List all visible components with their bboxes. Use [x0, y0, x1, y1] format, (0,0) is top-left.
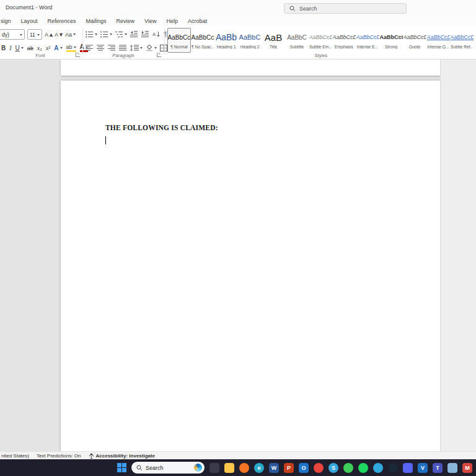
line-spacing-button[interactable]	[130, 45, 143, 51]
text-effects-button[interactable]: A	[54, 45, 62, 51]
notepad-icon[interactable]	[447, 463, 457, 473]
task-view-icon[interactable]	[209, 463, 219, 473]
status-language[interactable]: nited States)	[1, 453, 29, 459]
taskbar-search-label: Search	[146, 465, 164, 471]
chevron-down-icon	[140, 47, 143, 49]
tab-references[interactable]: References	[48, 18, 76, 24]
underline-label: U	[15, 45, 20, 51]
status-text-predictions[interactable]: Text Predictions: On	[37, 453, 81, 459]
styles-group-label: Styles	[166, 53, 476, 58]
document-page[interactable]: THE FOLLOWING IS CLAIMED:	[61, 81, 440, 451]
style-preview: AaBbCcD	[309, 30, 332, 44]
style-strong[interactable]: AaBbCcCStrong	[379, 28, 403, 53]
shading-button[interactable]	[146, 45, 157, 51]
steam-icon[interactable]	[388, 463, 398, 473]
chevron-down-icon	[60, 47, 63, 49]
subscript-button[interactable]: x₂	[37, 45, 42, 51]
tab-help[interactable]: Help	[166, 18, 178, 24]
style-label: Quote	[409, 45, 421, 49]
status-accessibility[interactable]: Accessibility: Investigate	[89, 453, 156, 459]
style-quote[interactable]: AaBbCcDQuote	[403, 28, 426, 53]
style-subtitle[interactable]: AaBbCSubtitle	[285, 28, 309, 53]
spotify-icon[interactable]	[358, 463, 368, 473]
windows-logo-icon	[117, 463, 126, 472]
teams-icon[interactable]: T	[433, 463, 443, 473]
word-window: Document1 - Word Search signLayoutRefere…	[0, 0, 476, 476]
align-left-button[interactable]	[86, 45, 94, 51]
shrink-font-button[interactable]: A▼	[55, 29, 64, 40]
sort-button[interactable]: A	[152, 31, 161, 38]
font-name-combobox[interactable]: dy)	[0, 29, 25, 40]
gmail-icon[interactable]: M	[462, 463, 472, 473]
style-preview: AaBbCcD	[356, 30, 379, 44]
align-center-button[interactable]	[97, 45, 105, 51]
tab-mailings[interactable]: Mailings	[86, 18, 107, 24]
highlight-color-button[interactable]: ab	[66, 44, 76, 52]
style-subtle-reference[interactable]: AaBbCcDSubtle Ref...	[450, 28, 474, 53]
chrome-icon[interactable]	[314, 463, 324, 473]
style-title[interactable]: AaBTitle	[262, 28, 285, 53]
word-icon[interactable]: W	[269, 463, 279, 473]
underline-button[interactable]: U	[15, 45, 24, 51]
font-size-combobox[interactable]: 11	[27, 29, 42, 40]
justify-button[interactable]	[119, 45, 127, 51]
tab-layout[interactable]: Layout	[21, 18, 38, 24]
titlebar-search-label: Search	[299, 6, 317, 12]
search-icon	[289, 6, 296, 12]
chevron-down-icon	[154, 47, 157, 49]
italic-button[interactable]: I	[9, 45, 11, 51]
titlebar-search-box[interactable]: Search	[284, 3, 407, 14]
style-emphasis[interactable]: AaBbCcDEmphasis	[332, 28, 356, 53]
style-heading1[interactable]: AaBbHeading 1	[214, 28, 238, 53]
tab-view[interactable]: View	[144, 18, 156, 24]
tab-design-partial[interactable]: sign	[1, 18, 11, 24]
edge-icon[interactable]: e	[254, 463, 264, 473]
bullets-button[interactable]	[86, 31, 97, 38]
style-intense-quote[interactable]: AaBbCcDIntense Q...	[426, 28, 450, 53]
style-preview: AaBbCcD	[333, 30, 356, 44]
paragraph-dialog-launcher-icon[interactable]	[157, 53, 161, 57]
bold-button[interactable]: B	[1, 45, 6, 51]
font-dialog-launcher-icon[interactable]	[76, 53, 80, 57]
chevron-down-icon	[73, 33, 76, 35]
telegram-icon[interactable]	[373, 463, 383, 473]
taskbar-search-box[interactable]: Search	[131, 462, 205, 474]
discord-icon[interactable]	[403, 463, 413, 473]
style-preview: AaBbCcD	[192, 30, 214, 44]
style-preview: AaBbCcD	[427, 30, 450, 44]
tab-acrobat[interactable]: Acrobat	[188, 18, 207, 24]
desktop-edge	[440, 60, 476, 451]
styles-gallery: AaBbCcD¶ NormalAaBbCcD¶ No Spac...AaBbHe…	[167, 28, 474, 53]
grow-font-button[interactable]: A▲	[45, 29, 54, 40]
style-intense-emphasis[interactable]: AaBbCcDIntense E...	[356, 28, 379, 53]
start-button[interactable]	[117, 463, 126, 473]
decrease-indent-button[interactable]	[130, 31, 138, 38]
align-right-button[interactable]	[108, 45, 116, 51]
style-preview: AaBbCcD	[403, 30, 426, 44]
style-heading2[interactable]: AaBbCHeading 2	[238, 28, 262, 53]
numbering-button[interactable]	[100, 31, 112, 38]
superscript-button[interactable]: x²	[46, 45, 51, 51]
multilevel-list-button[interactable]	[115, 31, 127, 38]
style-label: Title	[270, 45, 278, 49]
style-subtle-emphasis[interactable]: AaBbCcDSubtle Em...	[309, 28, 332, 53]
tab-review[interactable]: Review	[117, 18, 135, 24]
style-normal[interactable]: AaBbCcD¶ Normal	[167, 28, 191, 53]
skype-icon[interactable]: S	[328, 463, 338, 473]
strikethrough-button[interactable]: ab	[27, 45, 33, 51]
outlook-icon[interactable]: O	[299, 463, 309, 473]
taskbar-apps: eWPOSVTM	[209, 463, 472, 473]
powerpoint-icon[interactable]: P	[284, 463, 294, 473]
group-separator	[164, 29, 165, 55]
previous-page-bottom[interactable]	[61, 60, 440, 76]
firefox-icon[interactable]	[239, 463, 249, 473]
style-preview: AaBbCcD	[451, 30, 474, 44]
whatsapp-icon[interactable]	[343, 463, 353, 473]
increase-indent-button[interactable]	[141, 31, 149, 38]
change-case-button[interactable]: Aa	[65, 29, 76, 40]
style-no-spacing[interactable]: AaBbCcD¶ No Spac...	[191, 28, 214, 53]
accessibility-icon	[89, 453, 94, 459]
ribbon-tabs: signLayoutReferencesMailingsReviewViewHe…	[0, 16, 476, 25]
vscode-icon[interactable]: V	[418, 463, 428, 473]
file-explorer-icon[interactable]	[224, 463, 234, 473]
